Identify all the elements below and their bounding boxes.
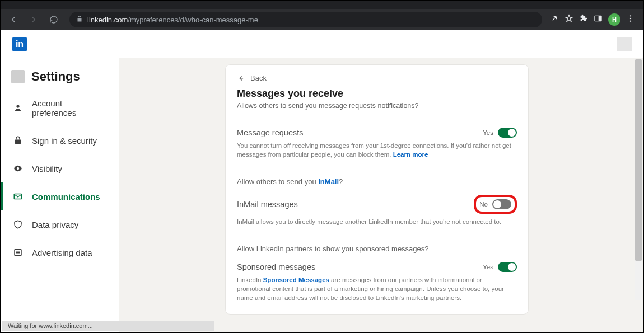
browser-profile-avatar[interactable]: H xyxy=(608,13,620,26)
browser-status-bar: Waiting for www.linkedin.com... xyxy=(2,321,214,331)
page-subtitle: Allows others to send you message reques… xyxy=(237,102,517,110)
sponsored-prompt: Allow LinkedIn partners to show you spon… xyxy=(237,240,517,256)
linkedin-header: in xyxy=(1,30,643,58)
help-text: InMail allows you to directly message an… xyxy=(237,217,517,234)
sidebar-item-advertising-data[interactable]: Advertising data xyxy=(1,238,119,266)
lock-icon xyxy=(13,135,23,146)
sidebar-item-label: Account preferences xyxy=(32,99,109,118)
header-nav-placeholder xyxy=(617,37,632,51)
settings-card: Back Messages you receive Allows others … xyxy=(226,65,528,314)
inmail-link[interactable]: InMail xyxy=(318,177,339,186)
page-title: Messages you receive xyxy=(237,88,517,100)
lock-icon xyxy=(76,15,83,25)
setting-label: InMail messages xyxy=(237,200,298,209)
page-viewport: in Settings Account preferences Sign in … xyxy=(1,30,643,332)
svg-point-4 xyxy=(630,20,631,21)
browser-address-bar[interactable]: linkedin.com/mypreferences/d/who-can-mes… xyxy=(69,12,542,27)
browser-toolbar: linkedin.com/mypreferences/d/who-can-mes… xyxy=(1,9,643,30)
help-text: You cannot turn off receiving messages f… xyxy=(237,141,517,167)
url-path: /mypreferences/d/who-can-message-me xyxy=(128,16,258,24)
sidebar-item-label: Communications xyxy=(32,192,100,201)
bookmark-icon[interactable] xyxy=(564,14,573,25)
user-icon xyxy=(13,103,23,113)
highlight-box: No xyxy=(474,195,517,214)
sidebar-item-label: Data privacy xyxy=(32,220,78,229)
sidebar-item-label: Visibility xyxy=(32,164,62,173)
setting-message-requests: Message requests Yes xyxy=(237,122,517,141)
sidebar-item-communications[interactable]: Communications xyxy=(1,182,119,210)
svg-point-2 xyxy=(630,15,631,16)
sidebar-item-signin-security[interactable]: Sign in & security xyxy=(1,126,119,154)
mail-icon xyxy=(13,191,23,201)
back-label: Back xyxy=(250,74,267,82)
toggle-sponsored-messages[interactable] xyxy=(498,262,517,272)
sponsored-messages-link[interactable]: Sponsored Messages xyxy=(263,276,329,283)
learn-more-link[interactable]: Learn more xyxy=(393,151,428,158)
toggle-state-text: Yes xyxy=(483,129,493,136)
svg-rect-6 xyxy=(15,140,21,144)
sidebar-item-data-privacy[interactable]: Data privacy xyxy=(1,210,119,238)
setting-sponsored-messages: Sponsored messages Yes xyxy=(237,256,517,275)
settings-heading: Settings xyxy=(31,69,80,84)
setting-inmail-messages: InMail messages No xyxy=(237,189,517,217)
svg-point-5 xyxy=(16,105,19,107)
settings-sidebar: Settings Account preferences Sign in & s… xyxy=(1,58,119,332)
browser-back-button[interactable] xyxy=(6,12,21,27)
main-content: Back Messages you receive Allows others … xyxy=(119,58,643,332)
browser-refresh-button[interactable] xyxy=(46,12,62,27)
panel-icon[interactable] xyxy=(594,14,603,25)
browser-tab-strip xyxy=(1,1,643,9)
eye-icon xyxy=(13,163,23,173)
browser-forward-button[interactable] xyxy=(26,12,41,27)
browser-menu-icon[interactable] xyxy=(626,14,635,25)
svg-rect-1 xyxy=(599,16,601,21)
shield-icon xyxy=(13,219,23,229)
toggle-state-text: No xyxy=(479,201,488,208)
sidebar-item-label: Advertising data xyxy=(32,248,92,257)
scrollbar-thumb[interactable] xyxy=(635,59,642,261)
toggle-message-requests[interactable] xyxy=(498,128,517,138)
sidebar-title: Settings xyxy=(1,58,119,90)
svg-point-3 xyxy=(630,18,631,19)
setting-label: Sponsored messages xyxy=(237,262,315,271)
help-text: LinkedIn Sponsored Messages are messages… xyxy=(237,275,517,302)
sidebar-item-label: Sign in & security xyxy=(32,136,97,146)
scrollbar-track[interactable] xyxy=(635,59,642,300)
sidebar-item-account-preferences[interactable]: Account preferences xyxy=(1,90,119,126)
settings-title-icon xyxy=(11,70,25,83)
sidebar-item-visibility[interactable]: Visibility xyxy=(1,154,119,182)
inmail-prompt: Allow others to send you InMail? xyxy=(237,173,517,189)
url-host: linkedin.com xyxy=(87,16,128,24)
extensions-icon[interactable] xyxy=(579,14,588,25)
toggle-state-text: Yes xyxy=(483,264,493,270)
back-button[interactable]: Back xyxy=(237,74,517,82)
share-icon[interactable] xyxy=(550,14,559,25)
setting-label: Message requests xyxy=(237,128,303,137)
linkedin-logo[interactable]: in xyxy=(12,37,27,51)
toggle-inmail-messages[interactable] xyxy=(492,199,511,209)
newspaper-icon xyxy=(13,247,23,257)
